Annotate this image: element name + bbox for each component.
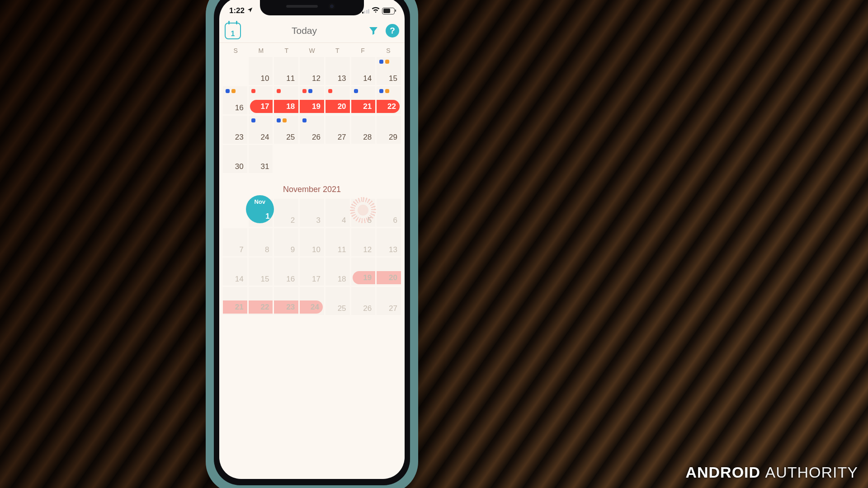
calendar-day[interactable]: Nov1 <box>249 199 273 227</box>
period-bar: 17 <box>250 100 273 113</box>
day-number: 15 <box>389 74 397 83</box>
dow-label: W <box>299 47 325 54</box>
calendar-day[interactable]: 11 <box>326 228 350 256</box>
status-time: 1:22 <box>229 6 245 15</box>
day-number: 21 <box>235 303 244 312</box>
today-month-abbr: Nov <box>246 198 274 205</box>
day-number: 24 <box>311 303 319 312</box>
dow-label: M <box>248 47 274 54</box>
calendar-day[interactable]: 28 <box>351 116 376 144</box>
day-number: 14 <box>235 275 244 284</box>
calendar-day[interactable]: 25 <box>326 287 350 315</box>
day-number: 11 <box>286 74 295 83</box>
calendar-day[interactable]: 7 <box>223 228 247 256</box>
calendar-day[interactable]: 21 <box>351 86 376 114</box>
calendar-day[interactable]: 18 <box>326 258 350 286</box>
calendar-day[interactable]: 12 <box>351 228 376 256</box>
day-number: 8 <box>265 245 269 254</box>
day-number: 13 <box>338 74 346 83</box>
event-dot <box>302 118 307 122</box>
location-icon <box>247 6 253 15</box>
month-label: November 2021 <box>223 173 401 199</box>
calendar-day[interactable]: 29 <box>377 116 401 144</box>
phone-frame: 1:22 1 Today <box>206 0 418 488</box>
day-number: 17 <box>261 102 269 111</box>
day-number: 25 <box>286 133 295 142</box>
day-number: 23 <box>235 133 244 142</box>
calendar-day[interactable]: 22 <box>249 287 273 315</box>
predicted-period-bar: 19 <box>353 271 376 284</box>
day-number: 23 <box>286 303 295 312</box>
calendar-day[interactable]: 17 <box>249 86 273 114</box>
calendar-day[interactable]: 27 <box>377 287 401 315</box>
calendar-day[interactable]: 20 <box>377 258 401 286</box>
calendar-day[interactable]: 26 <box>300 116 324 144</box>
calendar-day[interactable]: 14 <box>223 258 247 286</box>
day-number: 12 <box>363 245 372 254</box>
calendar-day[interactable]: 21 <box>223 287 247 315</box>
calendar-day[interactable]: 8 <box>249 228 273 256</box>
predicted-period-bar: 24 <box>300 300 323 314</box>
day-number: 3 <box>316 216 320 225</box>
calendar-day[interactable]: 19 <box>300 86 324 114</box>
help-button[interactable]: ? <box>386 24 399 38</box>
calendar-day[interactable]: 10 <box>249 57 273 85</box>
calendar-day[interactable]: 26 <box>351 287 376 315</box>
event-dot <box>385 89 389 93</box>
calendar-day[interactable]: 20 <box>326 86 350 114</box>
day-event-dots <box>302 89 312 93</box>
calendar-months: 1011121314151617181920212223242526272829… <box>223 57 401 315</box>
calendar-day[interactable]: 27 <box>326 116 350 144</box>
watermark-brand-bold: ANDROID <box>685 464 760 481</box>
day-number: 16 <box>286 275 295 284</box>
period-bar: 18 <box>274 100 298 113</box>
calendar-day[interactable]: 16 <box>223 86 247 114</box>
day-event-dots <box>251 89 255 93</box>
calendar-day[interactable]: 6 <box>377 199 401 227</box>
day-number: 31 <box>261 162 269 171</box>
dow-label: S <box>223 47 248 54</box>
calendar-day[interactable]: 24 <box>300 287 324 315</box>
calendar-day[interactable]: 25 <box>274 116 298 144</box>
calendar-day[interactable]: 23 <box>223 116 247 144</box>
calendar-day[interactable]: 14 <box>351 57 376 85</box>
calendar-day[interactable]: 5 <box>351 199 376 227</box>
event-dot <box>283 118 287 122</box>
calendar-day[interactable]: 10 <box>300 228 324 256</box>
calendar-scroll[interactable]: SMTWTFS 10111213141516171819202122232425… <box>223 42 401 315</box>
calendar-day[interactable]: 22 <box>377 86 401 114</box>
calendar-day[interactable]: 16 <box>274 258 298 286</box>
single-day-icon-badge: 1 <box>231 30 235 38</box>
event-dot <box>328 89 332 93</box>
calendar-day[interactable]: 19 <box>351 258 376 286</box>
calendar-day[interactable]: 24 <box>249 116 273 144</box>
predicted-period-bar: 22 <box>249 300 273 314</box>
calendar-day[interactable]: 13 <box>326 57 350 85</box>
calendar-day[interactable]: 23 <box>274 287 298 315</box>
calendar-day[interactable]: 3 <box>300 199 324 227</box>
phone-screen: 1:22 1 Today <box>219 0 405 479</box>
cell-signal-icon <box>362 8 370 14</box>
calendar-day[interactable]: 18 <box>274 86 298 114</box>
calendar-day[interactable]: 2 <box>274 199 298 227</box>
calendar-day[interactable]: 9 <box>274 228 298 256</box>
day-number: 5 <box>368 216 372 225</box>
battery-icon <box>382 8 395 14</box>
calendar-day[interactable]: 15 <box>249 258 273 286</box>
day-number: 19 <box>363 273 372 282</box>
calendar-day[interactable]: 15 <box>377 57 401 85</box>
calendar-day[interactable]: 4 <box>326 199 350 227</box>
single-day-view-button[interactable]: 1 <box>225 23 241 39</box>
day-event-dots <box>354 89 358 93</box>
calendar-day[interactable]: 17 <box>300 258 324 286</box>
day-number: 29 <box>389 133 397 142</box>
calendar-day[interactable]: 30 <box>223 145 247 173</box>
calendar-day[interactable]: 12 <box>300 57 324 85</box>
predicted-period-bar: 23 <box>274 300 298 314</box>
calendar-day[interactable]: 11 <box>274 57 298 85</box>
calendar-day[interactable]: 31 <box>249 145 273 173</box>
calendar-day[interactable]: 13 <box>377 228 401 256</box>
day-number: 15 <box>261 275 269 284</box>
filter-button[interactable] <box>368 25 379 36</box>
day-number: 2 <box>291 216 295 225</box>
